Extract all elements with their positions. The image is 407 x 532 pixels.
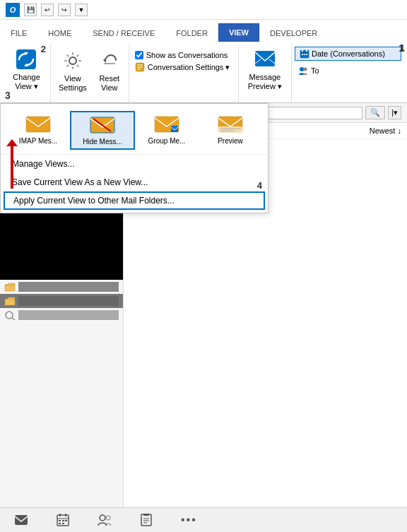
imap-icon xyxy=(25,114,51,134)
view-settings-label: ViewSettings xyxy=(59,74,87,93)
apply-view-wrapper: 4 Apply Current View to Other Mail Folde… xyxy=(1,191,268,210)
calendar-icon xyxy=(300,49,309,59)
message-preview-icon xyxy=(254,48,276,71)
search-icon-sidebar xyxy=(4,310,16,320)
tab-file[interactable]: FILE xyxy=(0,24,37,42)
svg-rect-22 xyxy=(171,126,178,132)
sidebar-label-e3: E xyxy=(18,296,119,306)
quick-access-dropdown[interactable]: ▼ xyxy=(75,4,88,16)
change-view-button[interactable]: ChangeView ▾ xyxy=(8,45,45,94)
svg-rect-10 xyxy=(302,49,303,52)
message-preview-button[interactable]: MessagePreview ▾ xyxy=(243,45,287,94)
search-options-button[interactable]: |▾ xyxy=(388,106,401,119)
people-icon xyxy=(298,66,308,76)
ribbon-group-message-preview: MessagePreview ▾ xyxy=(239,44,292,102)
show-as-conversations-checkbox[interactable] xyxy=(135,51,143,59)
view-settings-icon xyxy=(61,49,84,72)
ribbon-group-view-settings: ViewSettings ResetView xyxy=(51,44,129,102)
mail-status-icon xyxy=(14,514,28,526)
status-tasks-button[interactable] xyxy=(134,511,158,529)
svg-point-16 xyxy=(300,67,304,71)
redo-button[interactable]: ↪ xyxy=(58,4,71,16)
arrangement-hide[interactable]: Hide Mess... xyxy=(70,111,135,150)
status-people-button[interactable] xyxy=(92,511,117,529)
sidebar-label-s: S xyxy=(18,310,119,320)
svg-rect-18 xyxy=(26,117,50,132)
svg-point-40 xyxy=(106,516,110,520)
preview-arr-label: Preview xyxy=(218,137,243,145)
hide-icon xyxy=(90,115,115,135)
tab-view[interactable]: VIEW xyxy=(218,23,259,42)
imap-label: IMAP Mes... xyxy=(19,137,57,145)
reset-view-label: ResetView xyxy=(99,74,119,93)
badge-2: 2 xyxy=(41,44,46,54)
svg-rect-38 xyxy=(62,523,64,524)
calendar-status-icon xyxy=(57,514,69,526)
change-view-group-label xyxy=(7,99,46,101)
svg-point-27 xyxy=(6,312,13,319)
svg-rect-36 xyxy=(65,520,67,521)
sidebar-item-e2[interactable]: E xyxy=(0,280,123,294)
status-mail-button[interactable] xyxy=(8,512,34,528)
save-view-item[interactable]: Save Current View As a New View... xyxy=(1,173,268,191)
hide-label: Hide Mess... xyxy=(83,138,122,146)
group-icon xyxy=(154,114,179,134)
svg-point-39 xyxy=(100,515,105,521)
badge-1: 1 xyxy=(400,42,405,53)
manage-views-item[interactable]: Manage Views... xyxy=(1,155,268,173)
tab-send-receive[interactable]: SEND / RECEIVE xyxy=(82,24,165,42)
undo-button[interactable]: ↩ xyxy=(41,4,54,16)
date-area: 1 Date (Conversations) To xyxy=(292,44,404,102)
arrangement-row: IMAP Mes... Hide Mess... Grou xyxy=(1,107,268,155)
view-settings-button[interactable]: ViewSettings xyxy=(54,47,92,95)
tasks-status-icon xyxy=(140,514,153,526)
tab-home[interactable]: HOME xyxy=(37,24,82,42)
title-bar: O 💾 ↩ ↪ ▼ xyxy=(0,0,407,20)
svg-line-28 xyxy=(12,318,15,320)
badge-4: 4 xyxy=(257,180,262,191)
message-preview-label: MessagePreview ▾ xyxy=(248,73,282,91)
svg-rect-14 xyxy=(304,54,305,55)
tab-folder[interactable]: FOLDER xyxy=(165,24,218,42)
arrangement-group[interactable]: Group Me... xyxy=(135,111,199,150)
pane-sort[interactable]: Newest ↓ xyxy=(370,126,401,135)
conversation-settings-icon xyxy=(135,62,145,72)
date-conversations-label: Date (Conversations) xyxy=(312,49,385,58)
show-as-conversations-row[interactable]: Show as Conversations xyxy=(132,49,231,61)
tab-developer[interactable]: DEVELOPER xyxy=(259,24,328,42)
svg-point-17 xyxy=(303,68,307,71)
svg-rect-12 xyxy=(300,52,309,53)
people-status-icon xyxy=(98,514,112,526)
conversation-settings-dropdown[interactable]: Conversation Settings ▾ xyxy=(132,61,233,73)
view-dropdown-menu: 3 IMAP Mes... Hide Mess... xyxy=(0,103,269,213)
svg-rect-13 xyxy=(302,54,303,55)
reset-view-icon xyxy=(98,49,121,72)
sidebar-item-s[interactable]: S xyxy=(0,308,123,322)
svg-rect-42 xyxy=(143,514,149,516)
svg-rect-32 xyxy=(59,514,61,516)
ribbon-tabs: FILE HOME SEND / RECEIVE FOLDER VIEW DEV… xyxy=(0,20,407,41)
svg-marker-4 xyxy=(103,58,106,63)
date-conversations-button[interactable]: Date (Conversations) xyxy=(295,47,401,61)
arrangement-preview[interactable]: Preview xyxy=(199,111,262,150)
quick-access-save[interactable]: 💾 xyxy=(24,4,37,16)
show-as-conversations-label: Show as Conversations xyxy=(146,51,228,59)
sidebar-item-e3[interactable]: E xyxy=(0,294,123,308)
reset-view-button[interactable]: ResetView xyxy=(93,47,126,95)
status-more-button[interactable]: ••• xyxy=(175,511,203,529)
search-button[interactable]: 🔍 xyxy=(365,106,385,119)
svg-rect-15 xyxy=(306,54,307,55)
svg-point-3 xyxy=(69,57,76,64)
apply-current-view-label: Apply Current View to Other Mail Folders… xyxy=(13,196,175,206)
svg-rect-24 xyxy=(218,126,242,132)
svg-rect-37 xyxy=(59,523,61,524)
outlook-icon: O xyxy=(6,3,20,17)
svg-rect-41 xyxy=(141,514,151,526)
to-button[interactable]: To xyxy=(295,64,401,78)
svg-rect-11 xyxy=(306,49,307,52)
save-view-label: Save Current View As a New View... xyxy=(12,177,148,187)
arrow-indicator xyxy=(6,139,18,189)
apply-current-view-item[interactable]: Apply Current View to Other Mail Folders… xyxy=(4,191,265,210)
more-dots: ••• xyxy=(181,514,197,526)
status-calendar-button[interactable] xyxy=(51,511,75,529)
